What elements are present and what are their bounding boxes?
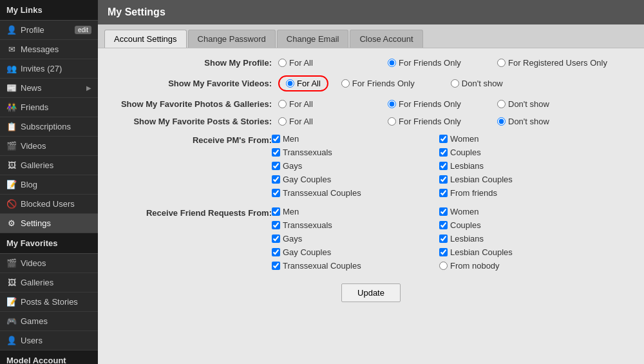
friends-gay-couples[interactable]: Gay Couples xyxy=(272,247,401,257)
fav-photos-dont-show-radio[interactable] xyxy=(497,100,506,108)
sidebar-item-blog[interactable]: 📝 Blog xyxy=(0,175,98,195)
pms-lesbians[interactable]: Lesbians xyxy=(439,161,568,171)
friends-from-nobody-radio[interactable] xyxy=(439,262,448,270)
pms-gays-label: Gays xyxy=(283,161,302,171)
friends-women[interactable]: Women xyxy=(439,207,568,216)
friends-men[interactable]: Men xyxy=(272,207,401,216)
friends-transsexuals-label: Transsexuals xyxy=(283,220,332,230)
friends-gays-cb[interactable] xyxy=(272,235,280,243)
friends-from-nobody[interactable]: From nobody xyxy=(439,261,568,271)
profile-for-all-radio[interactable] xyxy=(278,59,287,67)
friends-lesbian-couples[interactable]: Lesbian Couples xyxy=(439,247,568,257)
edit-badge[interactable]: edit xyxy=(75,26,91,34)
tab-close[interactable]: Close Account xyxy=(350,30,422,48)
fav-videos-dont-show-label: Don't show xyxy=(462,79,503,88)
sidebar-item-settings[interactable]: ⚙ Settings xyxy=(0,214,98,233)
friends-transsexual-couples-cb[interactable] xyxy=(272,262,280,270)
friends-women-cb[interactable] xyxy=(439,207,448,216)
pms-couples[interactable]: Couples xyxy=(439,148,568,157)
fav-posts-for-friends-radio[interactable] xyxy=(388,117,396,126)
sidebar-item-subscriptions[interactable]: 📋 Subscriptions xyxy=(0,117,98,137)
pms-lesbians-cb[interactable] xyxy=(439,162,448,170)
fav-posts-for-all-radio[interactable] xyxy=(278,117,287,126)
sidebar-item-friends[interactable]: 👫 Friends xyxy=(0,98,98,117)
fav-posts-dont-show[interactable]: Don't show xyxy=(497,117,594,126)
fav-videos-for-friends-radio[interactable] xyxy=(341,79,350,88)
sidebar-item-news[interactable]: 📰 News ▶ xyxy=(0,79,98,98)
show-fav-videos-row: Show My Favorite Videos: For All For Fri… xyxy=(111,75,631,91)
show-fav-photos-options: For All For Friends Only Don't show xyxy=(278,99,631,109)
page-title: My Settings xyxy=(98,0,644,24)
pms-transsexual-couples-cb[interactable] xyxy=(272,189,280,197)
pms-lesbian-couples-cb[interactable] xyxy=(439,175,448,184)
pms-gay-couples[interactable]: Gay Couples xyxy=(272,175,401,184)
fav-photos-for-friends-radio[interactable] xyxy=(388,100,396,108)
fav-posts-dont-show-radio[interactable] xyxy=(497,117,506,126)
pms-transsexuals-cb[interactable] xyxy=(272,148,280,157)
profile-for-registered[interactable]: For Registered Users Only xyxy=(497,58,607,68)
sidebar-item-galleries[interactable]: 🖼 Galleries xyxy=(0,156,98,175)
friends-men-cb[interactable] xyxy=(272,207,280,216)
profile-for-friends[interactable]: For Friends Only xyxy=(388,58,484,68)
tab-password[interactable]: Change Password xyxy=(188,30,276,48)
sidebar-item-fav-games[interactable]: 🎮 Games xyxy=(0,312,98,331)
pms-from-friends-cb[interactable] xyxy=(439,189,448,197)
fav-photos-for-all[interactable]: For All xyxy=(278,99,375,109)
friends-lesbian-couples-cb[interactable] xyxy=(439,248,448,256)
friends-transsexuals-cb[interactable] xyxy=(272,221,280,229)
profile-for-registered-radio[interactable] xyxy=(497,59,506,67)
pms-men-cb[interactable] xyxy=(272,135,280,143)
sidebar-item-fav-posts[interactable]: 📝 Posts & Stories xyxy=(0,292,98,312)
receive-friends-options: Men Transsexuals Gays Gay Couples Transs… xyxy=(272,207,631,271)
sidebar-item-fav-galleries[interactable]: 🖼 Galleries xyxy=(0,273,98,292)
pms-gays-cb[interactable] xyxy=(272,162,280,170)
show-profile-label: Show My Profile: xyxy=(111,58,272,68)
fav-posts-for-all[interactable]: For All xyxy=(278,117,375,126)
tab-bar: Account Settings Change Password Change … xyxy=(98,24,644,48)
news-arrow-icon: ▶ xyxy=(86,84,91,91)
pms-women[interactable]: Women xyxy=(439,134,568,144)
update-button[interactable]: Update xyxy=(341,283,401,302)
pms-women-cb[interactable] xyxy=(439,135,448,143)
sidebar-item-blocked[interactable]: 🚫 Blocked Users xyxy=(0,195,98,214)
pms-men[interactable]: Men xyxy=(272,134,401,144)
tab-email[interactable]: Change Email xyxy=(277,30,349,48)
friends-transsexual-couples[interactable]: Transsexual Couples xyxy=(272,261,401,271)
sidebar-item-fav-videos[interactable]: 🎬 Videos xyxy=(0,254,98,273)
sidebar-item-fav-users[interactable]: 👤 Users xyxy=(0,331,98,350)
friends-lesbians[interactable]: Lesbians xyxy=(439,234,568,244)
pms-gay-couples-cb[interactable] xyxy=(272,175,280,184)
sidebar-item-profile[interactable]: 👤 Profile edit xyxy=(0,21,98,40)
friends-couples[interactable]: Couples xyxy=(439,220,568,230)
friends-couples-cb[interactable] xyxy=(439,221,448,229)
friends-transsexuals[interactable]: Transsexuals xyxy=(272,220,401,230)
tab-account[interactable]: Account Settings xyxy=(104,30,187,48)
sidebar-item-messages[interactable]: ✉ Messages xyxy=(0,40,98,59)
fav-posts-for-friends[interactable]: For Friends Only xyxy=(388,117,484,126)
fav-videos-for-all-radio[interactable] xyxy=(286,79,294,88)
pms-transsexual-couples[interactable]: Transsexual Couples xyxy=(272,188,401,198)
fav-users-icon: 👤 xyxy=(6,336,17,345)
sidebar-item-videos[interactable]: 🎬 Videos xyxy=(0,137,98,156)
pms-lesbian-couples[interactable]: Lesbian Couples xyxy=(439,175,568,184)
profile-for-all[interactable]: For All xyxy=(278,58,375,68)
friends-gay-couples-cb[interactable] xyxy=(272,248,280,256)
pms-from-friends[interactable]: From friends xyxy=(439,188,568,198)
blog-icon: 📝 xyxy=(6,180,17,189)
fav-photos-dont-show[interactable]: Don't show xyxy=(497,99,594,109)
friends-lesbians-cb[interactable] xyxy=(439,235,448,243)
pms-couples-cb[interactable] xyxy=(439,148,448,157)
sidebar-item-invites[interactable]: 👥 Invites (27) xyxy=(0,59,98,79)
pms-transsexuals[interactable]: Transsexuals xyxy=(272,148,401,157)
fav-posts-dont-show-label: Don't show xyxy=(508,117,549,126)
fav-videos-for-friends[interactable]: For Friends Only xyxy=(341,75,438,91)
pms-gays[interactable]: Gays xyxy=(272,161,401,171)
fav-photos-for-all-radio[interactable] xyxy=(278,100,287,108)
fav-photos-for-friends[interactable]: For Friends Only xyxy=(388,99,484,109)
friends-gays[interactable]: Gays xyxy=(272,234,401,244)
pms-transsexuals-label: Transsexuals xyxy=(283,148,332,157)
profile-for-friends-radio[interactable] xyxy=(388,59,396,67)
friends-col-left: Men Transsexuals Gays Gay Couples Transs… xyxy=(272,207,401,271)
fav-videos-dont-show-radio[interactable] xyxy=(451,79,459,88)
fav-videos-dont-show[interactable]: Don't show xyxy=(451,75,547,91)
